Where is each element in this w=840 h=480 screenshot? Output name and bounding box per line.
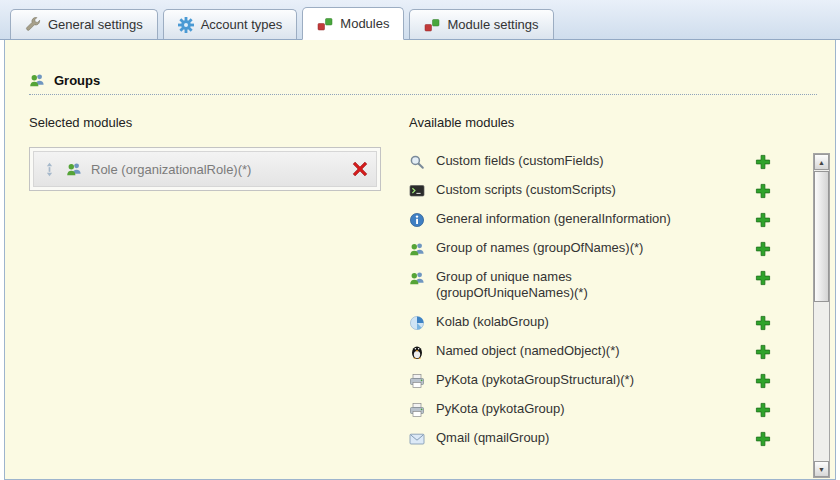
info-icon	[409, 212, 425, 228]
available-module-label: Custom fields (customFields)	[436, 153, 604, 169]
available-module-label: Custom scripts (customScripts)	[436, 182, 616, 198]
available-modules-list: Custom fields (customFields)Custom scrip…	[409, 147, 771, 453]
tab-label: General settings	[48, 17, 143, 32]
add-module-button[interactable]	[755, 315, 771, 331]
available-module-label: PyKota (pykotaGroup)	[436, 401, 565, 417]
available-module-row: PyKota (pykotaGroup)	[409, 395, 771, 424]
available-module-row: Custom scripts (customScripts)	[409, 176, 771, 205]
scroll-up-icon: ▲	[818, 159, 825, 166]
add-module-button[interactable]	[755, 373, 771, 389]
available-module-row: General information (generalInformation)	[409, 205, 771, 234]
kolab-icon	[409, 315, 425, 331]
group-icon	[409, 241, 425, 257]
available-module-row: PyKota (pykotaGroupStructural)(*)	[409, 366, 771, 395]
available-module-label: Group of unique names (groupOfUniqueName…	[436, 269, 708, 302]
available-module-label: Named object (namedObject)(*)	[436, 343, 620, 359]
selected-module-label: Role (organizationalRole)(*)	[91, 162, 251, 177]
available-module-label: PyKota (pykotaGroupStructural)(*)	[436, 372, 634, 388]
add-module-button[interactable]	[755, 402, 771, 418]
add-module-button[interactable]	[755, 183, 771, 199]
scrollbar-track[interactable]	[814, 170, 829, 461]
gear-icon	[178, 17, 194, 33]
group-icon	[409, 270, 425, 286]
remove-module-button[interactable]	[352, 161, 368, 177]
tab-modules[interactable]: Modules	[302, 7, 404, 40]
available-module-row: Qmail (qmailGroup)	[409, 424, 771, 453]
wrench-icon	[25, 17, 41, 33]
group-icon	[29, 72, 45, 88]
tab-module-settings[interactable]: Module settings	[409, 9, 553, 39]
section-header: Groups	[29, 72, 817, 95]
available-module-label: Qmail (qmailGroup)	[436, 430, 549, 446]
tab-general-settings[interactable]: General settings	[10, 9, 158, 39]
scroll-down-icon: ▼	[818, 466, 825, 473]
modules-icon	[317, 16, 333, 32]
tab-label: Account types	[201, 17, 283, 32]
selected-modules-column: Selected modules Role (organizationalRol…	[29, 115, 401, 453]
tab-label: Module settings	[447, 17, 538, 32]
available-module-row: Custom fields (customFields)	[409, 147, 771, 176]
add-module-button[interactable]	[755, 212, 771, 228]
tab-account-types[interactable]: Account types	[163, 9, 298, 39]
modules-icon	[424, 17, 440, 33]
available-module-label: Group of names (groupOfNames)(*)	[436, 240, 643, 256]
available-module-row: Group of unique names (groupOfUniqueName…	[409, 263, 771, 308]
available-module-label: Kolab (kolabGroup)	[436, 314, 549, 330]
page-title: Groups	[54, 73, 100, 88]
modules-columns: Selected modules Role (organizationalRol…	[29, 115, 817, 453]
available-modules-column: Available modules Custom fields (customF…	[409, 115, 771, 453]
available-module-row: Group of names (groupOfNames)(*)	[409, 234, 771, 263]
terminal-icon	[409, 183, 425, 199]
tab-bar: General settingsAccount typesModulesModu…	[0, 0, 840, 40]
printer-icon	[409, 402, 425, 418]
selected-module-row[interactable]: Role (organizationalRole)(*)	[33, 151, 377, 187]
available-module-row: Kolab (kolabGroup)	[409, 308, 771, 337]
available-module-row: Named object (namedObject)(*)	[409, 337, 771, 366]
add-module-button[interactable]	[755, 431, 771, 447]
scroll-down-button[interactable]: ▼	[814, 461, 829, 477]
drag-handle-icon[interactable]	[42, 162, 57, 177]
available-module-label: General information (generalInformation)	[436, 211, 671, 227]
mail-icon	[409, 431, 425, 447]
penguin-icon	[409, 344, 425, 360]
group-icon	[66, 161, 82, 177]
available-modules-heading: Available modules	[409, 115, 771, 130]
selected-modules-heading: Selected modules	[29, 115, 401, 130]
scrollbar[interactable]: ▲ ▼	[813, 153, 830, 478]
printer-icon	[409, 373, 425, 389]
add-module-button[interactable]	[755, 241, 771, 257]
add-module-button[interactable]	[755, 270, 771, 286]
add-module-button[interactable]	[755, 154, 771, 170]
modules-panel: Groups Selected modules Role (organizati…	[4, 40, 836, 480]
magnifier-icon	[409, 154, 425, 170]
scrollbar-thumb[interactable]	[814, 171, 829, 302]
add-module-button[interactable]	[755, 344, 771, 360]
tab-label: Modules	[340, 16, 389, 31]
selected-modules-list: Role (organizationalRole)(*)	[29, 147, 381, 191]
scroll-up-button[interactable]: ▲	[814, 154, 829, 170]
lam-config-window: General settingsAccount typesModulesModu…	[0, 0, 840, 480]
